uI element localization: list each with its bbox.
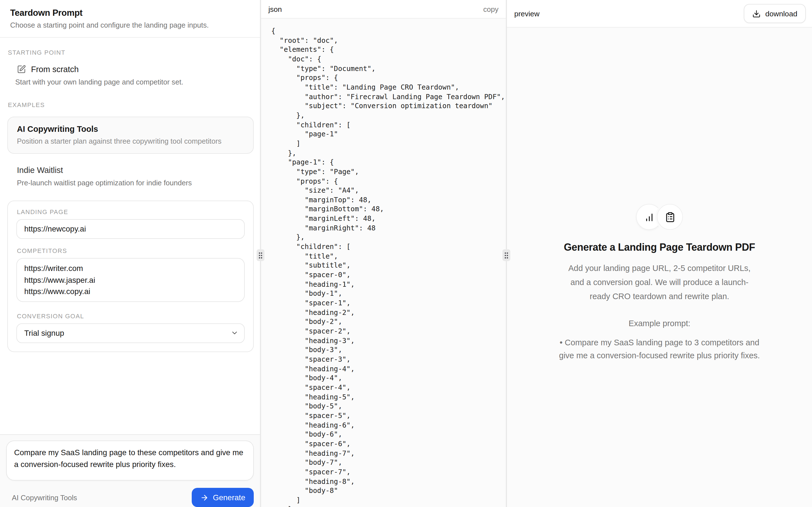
bar-chart-icon [644,212,654,222]
resize-handle-right[interactable] [502,249,510,261]
download-button[interactable]: download [744,4,806,23]
empty-state-badges [551,204,768,230]
page-subtitle: Choose a starting point and configure th… [10,21,249,29]
from-scratch-option[interactable]: From scratch [17,65,254,74]
left-panel-body: STARTING POINT From scratch Start with y… [0,38,260,434]
download-icon [752,9,761,18]
landing-page-input[interactable] [16,219,245,239]
generate-button[interactable]: Generate [192,488,254,507]
arrow-right-icon [200,493,209,502]
empty-state-description: Add your landing page URL, 2-5 competito… [568,262,751,304]
panel-divider-right [506,0,507,507]
prompt-textarea[interactable]: Compare my SaaS landing page to these co… [6,441,254,481]
competitors-label: COMPETITORS [17,247,245,254]
example-prompt-label: Example prompt: [551,319,768,328]
grip-dots-icon [258,252,263,259]
from-scratch-label: From scratch [31,65,79,74]
prompt-footer: Compare my SaaS landing page to these co… [0,434,260,507]
copy-button[interactable]: copy [483,5,499,13]
examples-label: EXAMPLES [8,101,254,108]
grip-dots-icon [504,252,509,259]
download-label: download [765,9,797,18]
inputs-card: LANDING PAGE COMPETITORS https://writer.… [7,201,254,352]
empty-state-title: Generate a Landing Page Teardown PDF [551,242,768,253]
panel-divider-left [260,0,261,507]
left-panel-header: Teardown Prompt Choose a starting point … [0,0,260,38]
clipboard-list-icon [665,212,675,222]
footer-row: AI Copywriting Tools Generate [6,488,254,507]
json-tab-label: json [268,5,282,13]
landing-page-label: LANDING PAGE [17,209,245,215]
starting-point-label: STARTING POINT [8,49,254,56]
generate-label: Generate [213,493,245,502]
example-indie-waitlist[interactable]: Indie Waitlist Pre-launch waitlist page … [17,166,254,187]
example-title: AI Copywriting Tools [17,124,244,133]
preview-tab-label: preview [514,9,540,18]
from-scratch-description: Start with your own landing page and com… [15,78,254,86]
page-title: Teardown Prompt [10,8,249,18]
example-description: Pre-launch waitlist page optimization fo… [17,179,254,187]
preview-body: Generate a Landing Page Teardown PDF Add… [507,27,812,507]
resize-handle-left[interactable] [257,249,264,261]
json-code[interactable]: { "root": "doc", "elements": { "doc": { … [261,18,506,507]
badge-circle [657,204,683,230]
teardown-prompt-panel: Teardown Prompt Choose a starting point … [0,0,260,507]
conversion-goal-select[interactable]: Trial signup [16,323,245,343]
json-panel-header: json copy [261,0,506,18]
conversion-goal-label: CONVERSION GOAL [17,313,245,320]
landing-page-teardown-app: Teardown Prompt Choose a starting point … [0,0,812,507]
preview-panel: preview download [507,0,812,507]
preview-panel-header: preview download [507,0,812,27]
square-pen-icon [17,65,26,74]
preview-empty-state: Generate a Landing Page Teardown PDF Add… [551,204,768,362]
example-prompt-text: • Compare my SaaS landing page to 3 comp… [551,336,768,362]
competitors-textarea[interactable]: https://writer.com https://www.jasper.ai… [16,258,245,302]
conversion-goal-select-wrap: Trial signup [16,323,245,343]
example-description: Position a starter plan against three co… [17,137,244,145]
example-ai-copywriting-tools[interactable]: AI Copywriting Tools Position a starter … [7,117,254,154]
preset-name: AI Copywriting Tools [12,493,77,502]
json-panel: json copy { "root": "doc", "elements": {… [261,0,506,507]
example-title: Indie Waitlist [17,166,254,175]
